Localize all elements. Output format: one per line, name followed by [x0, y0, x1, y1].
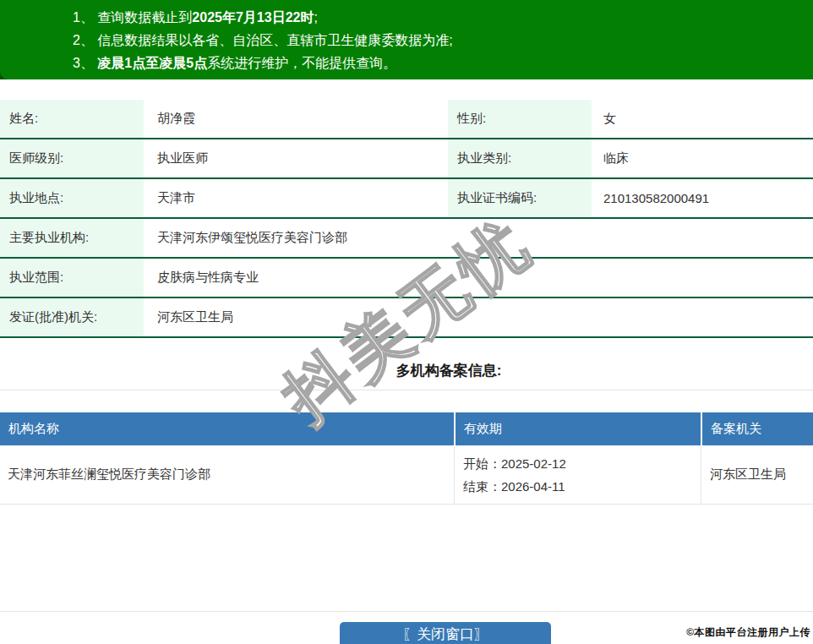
footer-upload-note: ©本图由平台注册用户上传 [686, 625, 810, 640]
info-row-location-certno: 执业地点: 天津市 执业证书编码: 210130582000491 [0, 179, 813, 219]
info-row-level-category: 医师级别: 执业医师 执业类别: 临床 [0, 139, 813, 179]
doctor-level-label: 医师级别: [0, 139, 144, 177]
name-value: 胡净霞 [144, 100, 448, 138]
registration-table: 机构名称 有效期 备案机关 天津河东菲丝澜玺悦医疗美容门诊部 开始：2025-0… [0, 412, 813, 505]
info-row-scope: 执业范围: 皮肤病与性病专业 [0, 259, 813, 298]
practice-category-label: 执业类别: [448, 139, 592, 177]
header-org-name: 机构名称 [0, 412, 454, 445]
practice-scope-label: 执业范围: [0, 259, 144, 297]
info-row-issuing-authority: 发证(批准)机关: 河东区卫生局 [0, 298, 813, 338]
validity-end: 结束：2026-04-11 [463, 475, 701, 498]
multi-org-section-title: 多机构备案信息: [0, 361, 813, 380]
practice-location-label: 执业地点: [0, 179, 144, 217]
license-query-result-page: 1、 查询数据截止到2025年7月13日22时; 2、 信息数据结果以各省、自治… [0, 0, 813, 644]
notice-line-3: 3、 凌晨1点至凌晨5点系统进行维护，不能提供查询。 [73, 52, 805, 74]
header-validity: 有效期 [454, 412, 701, 445]
reg-validity: 开始：2025-02-12 结束：2026-04-11 [454, 445, 701, 504]
notice-banner: 1、 查询数据截止到2025年7月13日22时; 2、 信息数据结果以各省、自治… [0, 0, 813, 79]
info-row-main-org: 主要执业机构: 天津河东伊颂玺悦医疗美容门诊部 [0, 219, 813, 259]
close-window-button[interactable]: 〖关闭窗口〗 [340, 622, 551, 644]
reg-authority: 河东区卫生局 [701, 445, 813, 504]
validity-start: 开始：2025-02-12 [463, 452, 701, 475]
notice-line-1: 1、 查询数据截止到2025年7月13日22时; [73, 6, 805, 29]
notice-line-2: 2、 信息数据结果以各省、自治区、直辖市卫生健康委数据为准; [73, 29, 805, 52]
header-authority: 备案机关 [701, 412, 813, 445]
registration-table-header: 机构名称 有效期 备案机关 [0, 412, 813, 445]
certificate-no-label: 执业证书编码: [448, 179, 592, 217]
issuing-authority-label: 发证(批准)机关: [0, 298, 144, 336]
gender-value: 女 [592, 100, 813, 138]
main-org-value: 天津河东伊颂玺悦医疗美容门诊部 [144, 219, 813, 257]
practice-scope-value: 皮肤病与性病专业 [144, 259, 813, 297]
practitioner-info-table: 姓名: 胡净霞 性别: 女 医师级别: 执业医师 执业类别: 临床 执业地点: … [0, 100, 813, 338]
name-label: 姓名: [0, 100, 144, 138]
info-row-name-gender: 姓名: 胡净霞 性别: 女 [0, 100, 813, 139]
registration-table-row: 天津河东菲丝澜玺悦医疗美容门诊部 开始：2025-02-12 结束：2026-0… [0, 445, 813, 505]
divider [0, 390, 813, 390]
divider [0, 611, 813, 612]
practice-location-value: 天津市 [144, 179, 448, 217]
issuing-authority-value: 河东区卫生局 [144, 298, 813, 336]
practice-category-value: 临床 [592, 139, 813, 177]
gender-label: 性别: [448, 100, 592, 138]
certificate-no-value: 210130582000491 [592, 179, 813, 217]
reg-org-name: 天津河东菲丝澜玺悦医疗美容门诊部 [0, 445, 454, 504]
doctor-level-value: 执业医师 [144, 139, 448, 177]
main-org-label: 主要执业机构: [0, 219, 144, 257]
